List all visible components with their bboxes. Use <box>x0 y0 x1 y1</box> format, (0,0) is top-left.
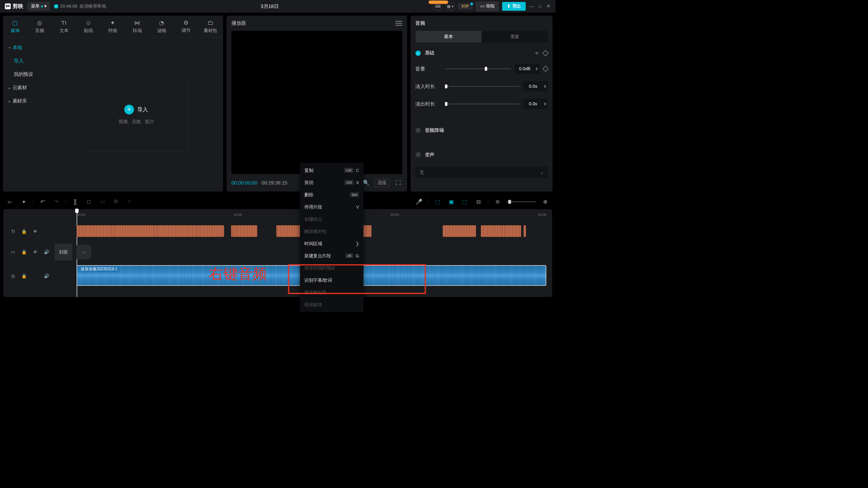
mute-icon[interactable]: 🔊 <box>43 273 50 280</box>
magnet-button[interactable]: ⬚ <box>433 197 442 206</box>
fadein-value[interactable]: 0.0s <box>523 81 548 92</box>
ctx-disable[interactable]: 停用片段V <box>300 201 363 213</box>
review-button[interactable]: ▭ 审阅 <box>476 2 499 11</box>
tab-transition[interactable]: ⋈转场 <box>125 18 149 35</box>
dropdown-icon[interactable]: ▾ <box>19 197 28 206</box>
tab-text[interactable]: TI文本 <box>52 18 76 35</box>
delete-button[interactable]: ▭ <box>98 197 107 206</box>
time-total: 00:29:38:15 <box>262 180 288 186</box>
tab-adjust[interactable]: ⚙调节 <box>174 18 198 35</box>
effect-icon: ✦ <box>109 19 116 26</box>
subtab-basic[interactable]: 基本 <box>415 31 481 43</box>
mic-button[interactable]: 🎤 <box>415 197 423 206</box>
lock-icon[interactable]: 🔒 <box>21 273 28 280</box>
tab-effect[interactable]: ✦特效 <box>101 18 125 35</box>
vip-badge[interactable]: VIP <box>458 3 473 10</box>
maximize-button[interactable]: □ <box>537 4 542 9</box>
lock-icon[interactable]: 🔒 <box>21 228 28 235</box>
fadeout-value[interactable]: 0.0s <box>523 99 548 109</box>
subtab-speed[interactable]: 变速 <box>482 31 548 43</box>
preview-cut-button[interactable]: ⊟ <box>474 197 483 206</box>
eye-icon[interactable]: 👁 <box>32 228 39 235</box>
tab-filter[interactable]: ◔滤镜 <box>149 18 174 35</box>
adjust-icon: ⚙ <box>183 19 190 26</box>
audio-track-icon: ◎ <box>9 273 16 280</box>
split-button[interactable]: ]​[ <box>71 197 80 206</box>
zoom-in-button[interactable]: ⊕ <box>541 197 550 206</box>
voice-select[interactable]: 无 ⌄ <box>415 167 548 178</box>
sidebar-item-import[interactable]: 导入 <box>3 54 50 67</box>
fadein-slider[interactable] <box>445 86 519 87</box>
inspector-subtabs: 基本 变速 <box>415 31 548 43</box>
keyframe-icon[interactable] <box>542 66 548 72</box>
lock-icon[interactable]: 🔒 <box>21 249 28 256</box>
sidebar-item-preset[interactable]: 我的预设 <box>3 67 50 81</box>
chevron-down-icon: ▾ <box>9 45 10 49</box>
ctx-time-region[interactable]: 时间区域❯ <box>300 238 363 250</box>
menu-button[interactable]: 菜单 ▾ <box>27 2 50 11</box>
video-track-icon: ▭ <box>9 249 16 256</box>
ctx-copy[interactable]: 复制CtrlC <box>300 164 363 177</box>
logo-icon: ✂ <box>5 3 11 9</box>
minimize-button[interactable]: — <box>529 4 534 9</box>
link-button[interactable]: ⬚ <box>461 197 469 206</box>
sidebar-item-local[interactable]: ▾本地 <box>3 41 50 54</box>
ctx-compound[interactable]: 新建复合片段AltG <box>300 250 363 262</box>
redo-button[interactable]: ↷ <box>52 197 61 206</box>
tab-material-pack[interactable]: 🗀素材包 <box>198 18 223 35</box>
time-current: 00:00:00:00 <box>231 180 257 186</box>
fadeout-slider[interactable] <box>445 103 519 104</box>
top-tabs: ▢媒体 ◎音频 TI文本 ☺贴纸 ✦特效 ⋈转场 ◔滤镜 ⚙调节 🗀素材包 <box>3 16 223 38</box>
checkbox-noise[interactable] <box>415 127 421 133</box>
reset-icon[interactable]: ⟲ <box>534 50 539 56</box>
sticker-icon: ☺ <box>85 19 92 26</box>
eye-icon[interactable]: 👁 <box>32 249 39 256</box>
tab-media[interactable]: ▢媒体 <box>3 18 27 35</box>
import-dropzone[interactable]: + 导入 视频、音频、图片 <box>85 78 188 151</box>
snap-button[interactable]: ▣ <box>447 197 456 206</box>
export-icon: ⬆ <box>507 4 511 9</box>
timeline-area: ▻ ▾ ↶ ↷ ]​[ □ ▭ ⚐ ⚐ 🎤 ⬚ ▣ ⬚ ⊟ ⊖ ⊕ 00:00 … <box>0 194 556 300</box>
keyframe-icon[interactable] <box>542 50 548 56</box>
zoom-out-button[interactable]: ⊖ <box>493 197 502 206</box>
audio-track: ◎ 🔒 . 🔊 提取音频20230318-1 <box>3 265 552 287</box>
sidebar-item-cloud[interactable]: ▸云素材 <box>3 81 50 94</box>
player-viewport[interactable] <box>231 31 402 174</box>
sidebar-item-library[interactable]: ▸素材库 <box>3 95 50 108</box>
title-bar: ✂ 剪映 菜单 ▾ ✓ 20:46:06 自动保存本地 3月18日 ⌨ ▦ ▾ … <box>0 0 556 13</box>
tab-audio[interactable]: ◎音频 <box>27 18 52 35</box>
mute-icon[interactable]: 🔊 <box>43 249 50 256</box>
cover-thumbnail[interactable]: 封面 <box>55 244 72 260</box>
tab-sticker[interactable]: ☺贴纸 <box>76 18 101 35</box>
main-area: ▢媒体 ◎音频 TI文本 ☺贴纸 ✦特效 ⋈转场 ◔滤镜 ⚙调节 🗀素材包 ▾本… <box>0 13 556 194</box>
chevron-down-icon: ▾ <box>44 4 47 9</box>
undo-button[interactable]: ↶ <box>38 197 47 206</box>
audio-clip-label: 提取音频20230318-1 <box>79 266 119 272</box>
checkbox-basic[interactable]: ✓ <box>415 50 421 56</box>
checkbox-voice[interactable] <box>415 152 421 157</box>
player-menu-icon[interactable] <box>395 21 402 26</box>
inspector-title: 音频 <box>415 16 548 31</box>
fit-button[interactable]: 适应 <box>375 178 390 187</box>
zoom-slider[interactable] <box>507 201 536 202</box>
marker-button[interactable]: ⚐ <box>112 197 121 206</box>
ctx-cut[interactable]: 剪切CtrlX <box>300 177 363 189</box>
inspector-body: ✓ 基础 ⟲ 音量 0.0dB 淡入时长 0.0s 淡出时长 0.0s <box>415 42 548 178</box>
notification-bubble <box>429 0 448 4</box>
volume-value[interactable]: 0.0dB <box>515 64 539 74</box>
fullscreen-button[interactable]: ⛶ <box>394 178 402 187</box>
marker2-button[interactable]: ⚐ <box>125 197 134 206</box>
transition-icon: ⋈ <box>134 19 141 26</box>
ctx-delete[interactable]: 删除Del <box>300 189 363 201</box>
video-clip-placeholder[interactable]: ▭ <box>77 245 91 259</box>
cursor-tool[interactable]: ▻ <box>6 197 14 206</box>
timeline[interactable]: 00:00 10:00 20:00 30:00 TI 🔒 👁 <box>3 209 552 297</box>
crop-button[interactable]: □ <box>84 197 93 206</box>
dot-indicator <box>41 5 43 7</box>
export-button[interactable]: ⬆ 导出 <box>502 2 526 11</box>
media-icon: ▢ <box>12 19 19 26</box>
player-title: 播放器 <box>231 20 246 26</box>
volume-slider[interactable] <box>445 68 511 69</box>
pack-icon: 🗀 <box>207 19 214 26</box>
close-button[interactable]: ✕ <box>546 4 551 9</box>
